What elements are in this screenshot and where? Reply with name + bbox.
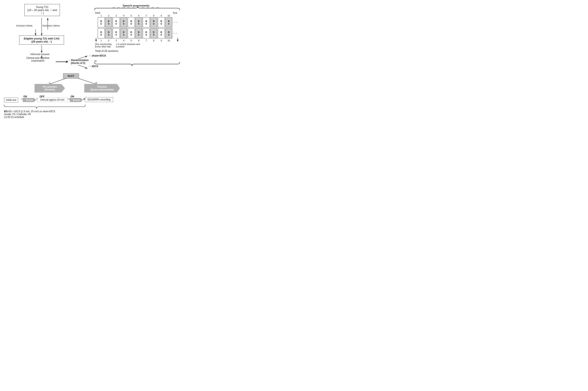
informed-consent-label: Informed consent <box>30 53 49 56</box>
session-info: One session/day Every other day + 4 cont… <box>93 43 179 48</box>
session-block-t1: BS <box>98 28 105 38</box>
session-block-t2: BS <box>105 28 112 38</box>
tdcs-label: → tDCS <box>88 65 98 68</box>
svg-line-18 <box>49 78 66 84</box>
session-block-t9: BS <box>158 28 165 38</box>
session-block-t6: BS <box>135 28 142 38</box>
session-info-left: One session/day Every other day <box>95 43 112 48</box>
session-block-s2: BS <box>105 17 112 27</box>
on-label-1: ON <box>23 95 27 98</box>
svg-line-12 <box>78 56 87 59</box>
svg-line-20 <box>78 78 96 84</box>
number-row-bottom: 1 2 3 4 5 6 7 8 9 10 <box>93 39 179 42</box>
eeg-box: EEG/ERPs recording <box>85 97 113 102</box>
practice-box: Practice (Quasi-automatable) <box>84 84 120 93</box>
session-block-s1: BS <box>98 17 105 27</box>
svg-marker-7 <box>41 51 42 53</box>
session-block-t4: BS <box>120 28 127 38</box>
randomization-label: → Randomization (blocks of 2) <box>68 59 89 64</box>
session-block-t3: BS <box>113 28 120 38</box>
session-block-t8: BS <box>150 28 157 38</box>
tdcs-row: BS BS BS BS BS BS BS BS BS BS <box>93 28 179 38</box>
session-block-s7: BS <box>143 17 150 27</box>
speech-header: Speech assessments <box>93 4 179 7</box>
session-block-t7: BS <box>143 28 150 38</box>
eligible-line1: Eligible young T21 with CAS <box>22 37 61 40</box>
session-block-s5: BS <box>128 17 135 27</box>
svg-marker-13 <box>85 56 87 58</box>
prepractice-box: Pre-practice (Remote) <box>35 84 65 93</box>
eligible-box: Eligible young T21 with CAS (20 years ol… <box>19 36 64 45</box>
svg-marker-5 <box>47 18 49 20</box>
session-block-s4: BS <box>120 17 127 27</box>
eligible-line2: (20 years old, ♂) <box>22 40 61 43</box>
young-t21-line2: (18 – 30 years old, ♂ and ♀ ) <box>27 8 57 15</box>
session-info-right: + 4 control sessions and 2 probes <box>116 43 140 48</box>
session-block-s3: BS <box>113 17 120 27</box>
exclusion-label: Exclusion criteria <box>43 24 60 27</box>
brace-top: ⌒⌒⌒⌒⌒⌒⌒⌒⌒⌒ <box>93 7 179 11</box>
inclusion-label: Inclusion criteria <box>16 24 32 27</box>
sessions-area: Speech assessments ⌒⌒⌒⌒⌒⌒⌒⌒⌒⌒ initial fi… <box>93 4 179 52</box>
session-block-s10: BS <box>165 17 172 27</box>
clinical-label: Clinical and cognitive examination <box>26 57 49 62</box>
sham-row: BS BS BS BS BS BS BS BS BS BS <box>93 17 179 27</box>
young-t21-line1: Young T21 <box>27 5 57 8</box>
svg-marker-11 <box>66 61 68 63</box>
diagram-container: Young T21 (18 – 30 years old, ♂ and ♀ ) … <box>4 4 179 122</box>
bs-legend: BS BS = tDCS (1.5 mA, 25 cm²) or sham-tD… <box>4 110 55 118</box>
thirteen-min-2: 13 min <box>70 98 83 102</box>
or-label: or <box>94 60 97 62</box>
practice-area: Practice (Quasi-automatable) <box>84 84 120 93</box>
final-label: final <box>173 11 177 14</box>
on-label-2: ON <box>70 95 74 98</box>
young-t21-box: Young T21 (18 – 30 years old, ♂ and ♀ ) <box>24 4 60 16</box>
session-block-t10: BS <box>165 28 172 38</box>
prepractice-area: Pre-practice (Remote) <box>35 84 65 93</box>
session-block-t5: BS <box>128 28 135 38</box>
svg-marker-17 <box>66 61 68 62</box>
session-block-s6: BS <box>135 17 142 27</box>
session-block-s8: BS <box>150 17 157 27</box>
total-sessions: Total of 26 sessions <box>93 48 179 52</box>
initial-label: initial <box>95 11 100 14</box>
sham-tdcs-label: → sham-tDCS <box>88 54 106 57</box>
svg-marker-15 <box>85 67 87 69</box>
svg-line-14 <box>78 65 87 68</box>
initial-final-row: initial final <box>93 11 179 14</box>
interval-box: Interval approx 20 min <box>37 98 68 102</box>
svg-marker-3 <box>35 34 36 36</box>
svg-marker-1 <box>41 34 42 36</box>
rest-top-box: ReST <box>63 73 79 79</box>
session-block-s9: BS <box>158 17 165 27</box>
initial-rest-box: Initial rest <box>4 98 18 102</box>
number-row-top: 1 2 3 4 5 6 7 8 9 10 <box>93 14 179 17</box>
thirteen-min-1: 13 min <box>23 98 36 102</box>
